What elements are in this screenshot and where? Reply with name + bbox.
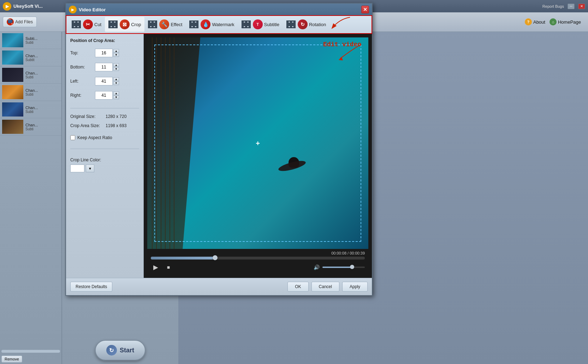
restore-defaults-button[interactable]: Restore Defaults (70, 282, 112, 292)
keep-aspect-row: Keep Aspect Ratio (70, 135, 139, 140)
time-display: 00:00:08 / 00:00:39 (151, 251, 365, 255)
effect-filmstrip-icon (148, 20, 157, 28)
dialog-title: Video Editor (79, 7, 361, 12)
crop-area-size-value: 1198 x 693 (106, 123, 126, 128)
crop-top-label: Top: (70, 50, 95, 55)
crop-crosshair: + (256, 139, 260, 147)
crop-right-spinner: ▲ ▼ (95, 91, 119, 100)
crop-left-arrows: ▲ ▼ (113, 77, 119, 85)
crop-bottom-label: Bottom: (70, 65, 95, 70)
cancel-button[interactable]: Cancel (311, 282, 339, 292)
tab-effect-label: Effect (171, 22, 182, 27)
crop-color-dropdown[interactable]: ▼ (86, 165, 94, 172)
tab-subtitle-label: Subtitle (264, 22, 279, 27)
crop-filmstrip (108, 20, 118, 28)
crop-top-input[interactable] (95, 49, 113, 57)
crop-bottom-row: Bottom: ▲ ▼ (70, 63, 139, 71)
dialog-close-button[interactable]: ✕ (361, 6, 369, 13)
tab-rotation-label: Rotation (309, 22, 326, 27)
annotation-arrow-svg (325, 14, 354, 31)
dock-line (165, 37, 166, 249)
player-volume-fill (322, 267, 352, 268)
crop-left-down[interactable]: ▼ (113, 81, 119, 85)
crop-color-row: ▼ (70, 165, 139, 172)
watermark-filmstrip-icon (189, 20, 198, 28)
cut-tab-icon: ✂ (83, 19, 93, 29)
swimmer-figure (271, 157, 313, 175)
svg-marker-5 (339, 57, 343, 60)
effect-tab-icon: 🔧 (159, 19, 169, 29)
crop-color-label: Crop Line Color: (70, 157, 139, 162)
crop-left-spinner: ▲ ▼ (95, 77, 119, 85)
crop-divider-2 (70, 149, 139, 149)
dock-line (152, 37, 153, 249)
watermark-filmstrip (189, 20, 198, 28)
dialog-body: Position of Crop Area: Top: ▲ ▼ Bottom: (66, 34, 372, 278)
crop-top-down[interactable]: ▼ (113, 53, 119, 57)
tab-rotation[interactable]: ↻ Rotation (283, 17, 329, 32)
dialog-action-buttons: OK Cancel Apply (287, 282, 368, 292)
cut-filmstrip-icon (72, 20, 81, 28)
timeline-fill (151, 257, 215, 259)
play-button[interactable]: ▶ (151, 262, 161, 272)
crop-bottom-down[interactable]: ▼ (113, 67, 119, 71)
crop-tab-icon: ⊠ (120, 19, 130, 29)
crop-right-label: Right: (70, 93, 95, 98)
tab-cut[interactable]: ✂ Cut (68, 17, 105, 32)
rotation-tab-icon: ↻ (298, 19, 308, 29)
dock-line (161, 37, 161, 249)
crop-bottom-input[interactable] (95, 63, 113, 71)
stop-button[interactable]: ■ (164, 262, 173, 272)
crop-top-up[interactable]: ▲ (113, 49, 119, 53)
keep-aspect-label: Keep Aspect Ratio (77, 135, 112, 140)
tab-effect[interactable]: 🔧 Effect (144, 17, 186, 32)
dialog-tab-bar: ✂ Cut ⊠ Crop (66, 16, 372, 34)
crop-left-input[interactable] (95, 77, 113, 85)
dialog-overlay: ▶ Video Editor ✕ ✂ Cut (0, 0, 588, 364)
tab-watermark[interactable]: 💧 Watermark (186, 17, 238, 32)
crop-section-title: Position of Crop Area: (70, 38, 139, 43)
dialog-logo: ▶ (69, 6, 77, 13)
ok-button[interactable]: OK (287, 282, 308, 292)
dialog-bottom: Restore Defaults OK Cancel Apply (66, 278, 372, 295)
underwater-scene: + Edit video (147, 37, 368, 249)
crop-right-input[interactable] (95, 91, 113, 100)
playback-row: ▶ ■ 🔊 (151, 262, 365, 272)
crop-area-size-row: Crop Area Size: 1198 x 693 (70, 123, 139, 128)
crop-color-preview[interactable] (70, 165, 84, 172)
video-area: + Edit video (147, 37, 368, 249)
crop-right-up[interactable]: ▲ (113, 91, 119, 95)
video-preview-panel: + Edit video (144, 34, 372, 278)
tab-subtitle[interactable]: T Subtitle (238, 17, 283, 32)
edit-video-label: Edit video (323, 41, 361, 48)
keep-aspect-checkbox[interactable] (70, 135, 75, 140)
crop-left-label: Left: (70, 79, 95, 84)
player-volume-track[interactable] (322, 267, 365, 268)
crop-bottom-arrows: ▲ ▼ (113, 63, 119, 71)
crop-right-arrows: ▲ ▼ (113, 91, 119, 99)
dock-line (170, 37, 170, 249)
crop-bottom-up[interactable]: ▲ (113, 63, 119, 67)
subtitle-tab-icon: T (253, 19, 263, 29)
tab-crop[interactable]: ⊠ Crop (105, 17, 144, 32)
crop-right-down[interactable]: ▼ (113, 95, 119, 99)
crop-left-row: Left: ▲ ▼ (70, 77, 139, 85)
dock-line (174, 37, 174, 249)
crop-top-arrows: ▲ ▼ (113, 49, 119, 57)
cut-filmstrip (72, 20, 81, 28)
tab-watermark-label: Watermark (212, 22, 234, 27)
crop-filmstrip-icon (108, 20, 118, 28)
dock-lines (147, 37, 236, 249)
video-editor-dialog: ▶ Video Editor ✕ ✂ Cut (65, 3, 373, 296)
crop-area-size-label: Crop Area Size: (70, 123, 106, 128)
video-content: + Edit video (147, 37, 368, 249)
subtitle-filmstrip-icon (242, 20, 251, 28)
watermark-tab-icon: 💧 (201, 19, 210, 29)
rotation-filmstrip (286, 20, 296, 28)
player-volume-knob (350, 265, 354, 269)
apply-button[interactable]: Apply (342, 282, 368, 292)
crop-top-row: Top: ▲ ▼ (70, 49, 139, 57)
crop-left-up[interactable]: ▲ (113, 77, 119, 81)
timeline-track[interactable] (151, 257, 365, 259)
effect-filmstrip (148, 20, 157, 28)
